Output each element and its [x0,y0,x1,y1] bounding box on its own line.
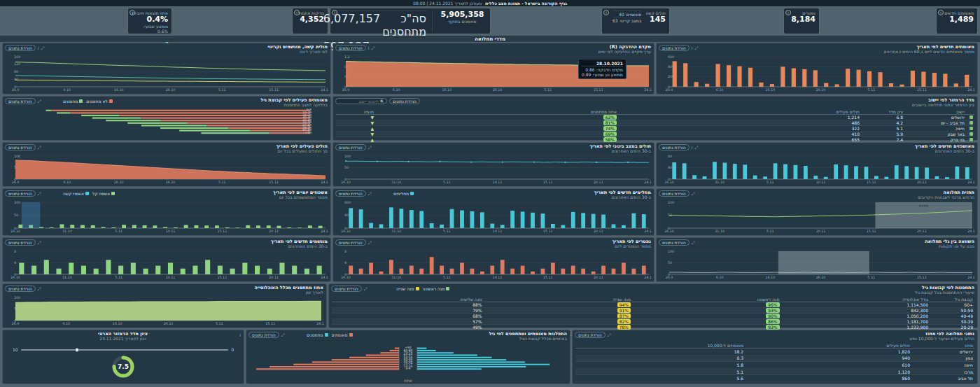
svg-text:1.2: 1.2 [344,55,350,59]
svg-text:5.11: 5.11 [544,88,552,92]
panel-districts-table: נתוני תחלואה לפי מחוז חולים פעילים ושיעו… [573,330,977,384]
recovered-chart[interactable]: 040080026.1031.105.1110.1115.1120.1124.1… [335,200,652,234]
panel-subtitle: ב-30 הימים האחרונים [271,244,328,249]
svg-text:5.11: 5.11 [443,276,451,279]
download-data-button[interactable]: הורדת נתונים [659,190,690,197]
table-row[interactable]: +601,114,500 96% 94% 88% [332,302,974,308]
expand-icon[interactable]: ⤢ [692,239,695,246]
download-data-button[interactable]: הורדת נתונים [335,239,366,246]
deaths-chart[interactable]: 04826.1031.105.1110.1115.1120.1124.11 [335,249,652,280]
download-data-button[interactable]: הורדת נתונים [335,45,366,51]
download-data-button[interactable]: הורדת נתונים [389,98,420,104]
table-row[interactable]: 30-391,181,700 86% 82% 57% [332,319,974,325]
info-icon[interactable]: i [692,45,693,51]
slider-handle[interactable] [75,348,79,352]
active-patients-chart[interactable]: 05K10K26.96.1016.1026.105.1115.1124.11 [5,154,328,185]
info-icon[interactable]: i [130,10,135,15]
svg-text:26.10: 26.10 [164,322,174,325]
kpi-card-positivity: i אחוז תוצאות חיוביות 0.4% ממוצע שבועי: … [128,8,172,34]
expand-icon[interactable]: ⤢ [38,286,41,292]
download-data-button[interactable]: הורדת נתונים [335,190,366,197]
r-factor-chart[interactable]: 28.10.2021 מקדם הדבקה: 0.86 ממוצע נע שבו… [335,55,652,92]
svg-text:15.11: 15.11 [867,181,876,184]
table-row[interactable]: חיפה 610 5.8 [575,362,974,369]
info-icon[interactable]: i [239,332,241,338]
chart-legend: מנה ראשונה מנה שנייה [396,286,449,291]
download-data-button[interactable]: הורדת נתונים [5,286,36,292]
expand-icon[interactable]: ⤢ [38,190,41,197]
table-row[interactable]: באר שבע 5.9 410 69% ▼ [336,132,974,137]
age-pyramid-chart[interactable]: 90+80-8970-7960-6950-5940-4930-3920-2910… [248,342,568,377]
svg-text:24.11: 24.11 [967,276,975,279]
download-data-button[interactable]: הורדת נתונים [331,286,362,292]
table-row[interactable]: חיפה 5.1 322 74% ▲ [336,126,974,132]
expand-icon[interactable]: ⤢ [41,45,44,51]
moderate-patients-chart[interactable]: 05010026.1031.105.1110.1115.1120.1124.11 [335,154,652,185]
table-row[interactable]: 20-291,233,900 83% 78% 49% [332,325,974,330]
table-row[interactable]: צפון 940 6.3 [575,356,974,363]
expand-icon[interactable]: ⤢ [38,144,41,150]
info-icon[interactable]: i [603,10,609,15]
expand-icon[interactable]: ⤢ [38,98,41,104]
svg-text:100: 100 [14,201,20,204]
download-data-button[interactable]: הורדת נתונים [659,239,690,246]
info-icon[interactable]: i [332,10,337,15]
info-icon[interactable]: i [938,10,944,15]
info-icon[interactable]: i [38,45,39,51]
table-header-row: מחוז חולים פעילים מאומתים ל-10,000 [575,342,974,349]
table-row[interactable]: ירושלים 6.8 1,214 62% ▼ [336,115,974,120]
slider-track[interactable] [21,349,229,351]
svg-text:24.11: 24.11 [316,322,324,325]
download-data-button[interactable]: הורדת נתונים [575,332,606,338]
info-icon[interactable]: i [294,10,300,15]
expand-icon[interactable]: ⤢ [694,45,698,51]
city-search-input[interactable] [338,99,379,104]
forecast-chart[interactable]: 05010026.1031.105.1110.1115.1120.1124.11… [659,200,975,234]
svg-text:600: 600 [668,55,674,59]
download-data-button[interactable]: הורדת נתונים [5,144,36,150]
top-bar: נגיף הקורונה בישראל - תמונת מצב כללית מע… [0,0,980,6]
svg-text:15.11: 15.11 [265,322,275,325]
expand-icon[interactable]: ⤢ [38,239,41,246]
vaccinated-percent-chart[interactable]: 05010026.96.1016.1026.105.1115.1124.11 [5,295,324,326]
download-data-button[interactable]: הורדת נתונים [335,144,366,150]
table-row[interactable]: 50-59842,300 93% 91% 79% [332,308,974,314]
table-row[interactable]: תל אביב 860 5.6 [575,375,974,382]
table-row[interactable]: ירושלים 1,820 18.2 [575,349,974,356]
download-data-button[interactable]: הורדת נתונים [248,332,279,338]
expand-icon[interactable]: ⤢ [371,45,374,51]
ventilated-chart[interactable]: 04826.1031.105.1110.1115.1120.1124.11 [5,249,328,280]
expand-icon[interactable]: ⤢ [364,286,368,292]
expand-icon[interactable]: ⤢ [368,144,372,150]
score-slider[interactable]: 0 10 [13,347,234,352]
table-row[interactable]: 40-491,050,200 90% 87% 68% [332,314,974,319]
wave-comparison-chart[interactable]: 05010026.96.1016.1026.105.1115.1124.11 [659,249,975,280]
download-data-button[interactable]: הורדת נתונים [659,45,690,51]
info-icon[interactable]: i [785,10,791,15]
download-data-button[interactable]: הורדת נתונים [659,144,690,150]
table-row[interactable]: מרכז 1,120 5.1 [575,369,974,376]
info-icon[interactable]: i [368,45,370,51]
new-cases-chart[interactable]: 020040060026.96.1016.1026.105.1115.1124.… [659,55,975,92]
download-data-button[interactable]: הורדת נתונים [5,239,36,246]
chart-legend: מאומתים מתחסנים [307,332,353,337]
info-icon[interactable]: i [692,144,693,150]
new-hospitalized-chart[interactable]: 0408026.1031.105.1110.1115.1120.1124.11 [659,154,975,185]
download-data-button[interactable]: הורדת נתונים [5,190,36,197]
table-row[interactable]: בני ברק 7.4 655 58% ▲ [336,137,974,143]
age-distribution-chart[interactable]: 0-910-1920-2930-3940-4950-5960-6970-7980… [5,108,328,139]
serious-patients-chart[interactable]: 0408012016026.96.1016.1026.105.1115.1124… [5,55,328,92]
download-data-button[interactable]: הורדת נתונים [5,45,36,51]
expand-icon[interactable]: ⤢ [368,190,372,197]
city-search[interactable]: 🔍 [335,98,387,104]
expand-icon[interactable]: ⤢ [608,332,611,338]
expand-icon[interactable]: ⤢ [692,190,695,197]
expand-icon[interactable]: ⤢ [694,144,698,150]
daily-hospitalizations-chart[interactable]: 05010026.1031.105.1110.1115.1120.1124.11 [5,200,328,234]
expand-icon[interactable]: ⤢ [281,332,285,338]
panel-subtitle: ציון הרמזור ונתוני תחלואה ביישובים [912,103,974,108]
table-row[interactable]: תל אביב - יפו 4.2 486 81% ▼ [336,120,974,126]
svg-text:16.10: 16.10 [442,88,451,92]
expand-icon[interactable]: ⤢ [368,239,372,246]
download-data-button[interactable]: הורדת נתונים [5,98,36,104]
